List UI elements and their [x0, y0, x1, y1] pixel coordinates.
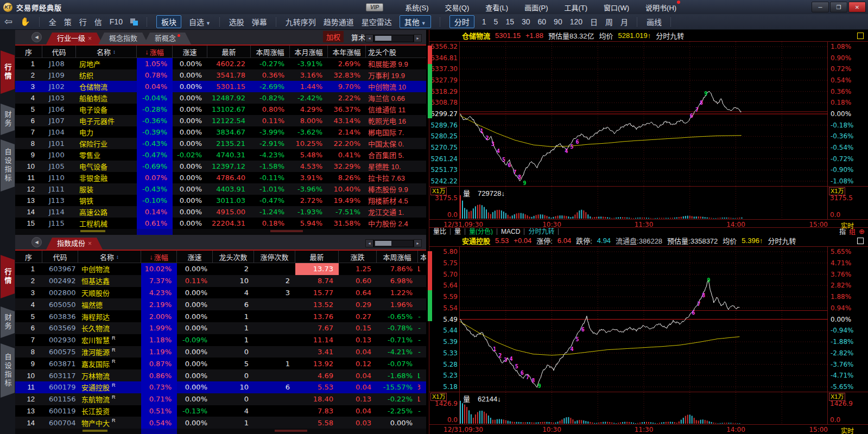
indicator-量(分色)[interactable]: 量(分色) [465, 228, 497, 235]
toolbar-item-画线[interactable]: 画线 [647, 16, 662, 27]
column-header-本周涨幅[interactable]: 本周涨幅 [377, 251, 418, 263]
tab-行业一级[interactable]: 行业一级× [46, 33, 103, 44]
horizontal-scrollbar[interactable]: ◂▸ [365, 239, 422, 247]
column-header-龙头个股[interactable]: 龙头个股 [366, 46, 426, 58]
quick-item-F10[interactable]: F10 [110, 17, 123, 26]
back-icon[interactable]: ⇦ [4, 16, 12, 28]
column-header-涨幅[interactable]: ↓涨幅 [137, 46, 173, 58]
table-row[interactable]: 1J108房地产1.05%0.00%4602.22-0.27%-3.91%2.6… [15, 58, 426, 69]
expand-icon[interactable] [857, 238, 864, 244]
table-row[interactable]: 10603117万林物流0.86%0.00%04.690.04-1.68%-1 [15, 369, 426, 381]
tab-指数成份[interactable]: 指数成份× [46, 238, 103, 250]
quick-item-全[interactable]: 全 [49, 16, 56, 27]
toolbar-item-90[interactable]: 90 [554, 17, 562, 26]
volume-pane[interactable]: X1万3175.50.0X1万3175.50.0量729728↓ [429, 186, 868, 219]
volume-plot[interactable] [460, 392, 828, 424]
column-header-名称[interactable]: 名称↕ [78, 251, 141, 263]
tab-scroll-left-button[interactable]: ◀ [31, 237, 42, 247]
tab-概念指数[interactable]: 概念指数 [98, 33, 148, 44]
toolbar-item-选股[interactable]: 选股 [229, 16, 244, 27]
column-header-本月涨幅[interactable]: 本月涨幅 [290, 46, 328, 58]
indicator-MACD[interactable]: MACD [497, 228, 524, 235]
column-header-本年涨幅[interactable]: 本年涨幅 [328, 46, 366, 58]
restore-button[interactable]: ❐ [830, 2, 847, 12]
scroll-thumb[interactable] [375, 241, 391, 246]
scroll-left-arrow[interactable]: ◂ [365, 34, 373, 42]
indicator-量比[interactable]: 量比 [429, 228, 451, 235]
sidebar-tab-行情[interactable]: 行情 [1, 255, 15, 298]
sidebar-tab-行情[interactable]: 行情 [1, 50, 15, 94]
column-header-最新[interactable]: 最新 [207, 46, 251, 58]
quick-item-策[interactable]: 策 [64, 16, 72, 27]
tab-新概念[interactable]: 新概念 [144, 33, 191, 44]
add-indicator-icon[interactable]: ⊕ [859, 228, 865, 235]
toolbar-item-板块[interactable]: 板块 [156, 15, 181, 28]
table-row[interactable]: 11J110非银金融0.07%0.00%4786.40-0.11%3.91%8.… [15, 172, 426, 183]
expand-icon[interactable] [857, 33, 864, 39]
column-header-序[interactable]: 序 [15, 46, 42, 58]
table-row[interactable]: 11600179安通控股R0.73%0.00%1065.530.04-15.57… [15, 381, 426, 393]
quick-item-信[interactable]: 信 [94, 16, 102, 27]
menu-item-3[interactable]: 查看(L) [485, 2, 508, 12]
table-row[interactable]: 8600575淮河能源R1.19%0.00%03.410.04-4.21%- [15, 346, 426, 358]
column-header-涨跌[interactable]: 涨跌 [339, 251, 377, 263]
sidebar-tab-财务[interactable]: 财务 [1, 307, 15, 338]
quick-item-行[interactable]: 行 [79, 16, 87, 27]
volume-pane[interactable]: X1万1426.90.0X1万1426.90.0量62144↓ [429, 392, 868, 424]
toolbar-item-分时[interactable]: 分时 [449, 15, 474, 28]
table-row[interactable]: 6J107电子元器件-0.36%0.00%12122.540.11%8.00%4… [15, 115, 426, 126]
scroll-right-arrow[interactable]: ▸ [414, 34, 422, 42]
indicator-分时九转[interactable]: 分时九转 [524, 228, 559, 235]
toolbar-item-日[interactable]: 日 [590, 16, 598, 27]
table-row[interactable]: 4605050福然德2.19%0.00%613.520.291.96% [15, 298, 426, 310]
toolbar-item-月[interactable]: 月 [620, 16, 628, 27]
table-row[interactable]: 9603871嘉友国际R0.87%0.00%5113.920.12-0.07% [15, 358, 426, 369]
table-row[interactable]: 5J106电子设备-0.28%0.00%13102.670.80%4.29%36… [15, 104, 426, 115]
sidebar-tab-财务[interactable]: 财务 [1, 104, 15, 135]
table-row[interactable]: 10J105电气设备-0.69%0.00%12397.12-1.58%4.53%… [15, 161, 426, 172]
toolbar-item-弹幕[interactable]: 弹幕 [252, 16, 267, 27]
toolbar-item-60[interactable]: 60 [538, 17, 547, 26]
sidebar-tab-自设指标[interactable]: 自设指标 [1, 343, 15, 398]
toolbar-item-自选[interactable]: 自选▼ [189, 16, 211, 27]
column-header-序[interactable]: 序 [15, 251, 42, 263]
table-row[interactable]: 6603569长久物流1.99%0.00%17.670.15-0.78%- [15, 322, 426, 334]
toolbar-item-5[interactable]: 5 [494, 17, 498, 26]
toolbar-item-九转序列[interactable]: 九转序列 [286, 16, 316, 27]
layers-icon[interactable] [130, 18, 138, 25]
sidebar-tab-自设指标[interactable]: 自设指标 [1, 139, 15, 192]
table-row[interactable]: 12J111服装-0.43%0.00%4403.91-1.01%-3.96%10… [15, 183, 426, 195]
column-header-本月涨幅[interactable]: 本月涨幅 [418, 251, 426, 263]
table-row[interactable]: 15J115工程机械0.61%0.00%22204.310.18%5.94%31… [15, 218, 426, 229]
scroll-track[interactable] [373, 35, 414, 42]
toolbar-item-周[interactable]: 周 [605, 16, 613, 27]
table-row[interactable]: 1603967中创物流10.02%0.00%213.731.257.86%1 [15, 263, 426, 275]
tab-close-icon[interactable]: × [88, 240, 92, 247]
table-row[interactable]: 12601156东航物流R0.71%0.00%018.400.13-0.22%1 [15, 393, 426, 405]
table-row[interactable]: 3002800天顺股份4.23%0.00%4315.770.641.22% [15, 287, 426, 299]
column-header-龙头次数[interactable]: 龙头次数 [213, 251, 254, 263]
table-row[interactable]: 2J109纺织0.78%0.00%3541.780.36%3.16%32.83%… [15, 69, 426, 81]
table-row[interactable]: 7J104电力-0.39%0.00%3834.67-3.99%-3.62%2.1… [15, 126, 426, 138]
toolbar-item-1[interactable]: 1 [482, 17, 486, 26]
table-row[interactable]: 13600119长江投资0.51%-0.13%47.830.04-2.25%- [15, 405, 426, 417]
calc-mode-算术[interactable]: 算术 [351, 32, 365, 42]
table-row[interactable]: 9J100零售业-0.47%-0.02%4740.31-4.23%5.48%0.… [15, 149, 426, 161]
price-plot[interactable]: 1234567894566789 [460, 42, 828, 186]
column-header-最新[interactable]: 最新 [295, 251, 339, 263]
column-header-涨停次数[interactable]: 涨停次数 [254, 251, 295, 263]
column-header-名称[interactable]: 名称↕ [76, 46, 137, 58]
scroll-indicator-top[interactable] [428, 46, 432, 187]
table-row[interactable]: 7002930宏川智慧R1.18%-0.09%111.140.13-0.71%- [15, 334, 426, 346]
price-pane[interactable]: 5.805.755.705.645.595.545.495.445.395.33… [429, 247, 868, 392]
menu-item-7[interactable]: 说明书(H) [645, 2, 676, 12]
column-header-涨幅[interactable]: ↓涨幅 [141, 251, 177, 263]
scroll-right-arrow[interactable]: ▸ [414, 239, 422, 247]
tab-close-icon[interactable]: × [88, 35, 92, 42]
menu-item-2[interactable]: 交易(Q) [445, 2, 469, 12]
calc-mode-加权[interactable]: 加权 [323, 31, 344, 42]
table-row[interactable]: 13J113钢铁-0.10%0.00%3011.03-0.47%2.72%19.… [15, 195, 426, 206]
scroll-indicator-bottom[interactable] [428, 251, 432, 392]
scroll-thumb[interactable] [375, 36, 391, 41]
close-button[interactable]: ✕ [848, 2, 866, 12]
